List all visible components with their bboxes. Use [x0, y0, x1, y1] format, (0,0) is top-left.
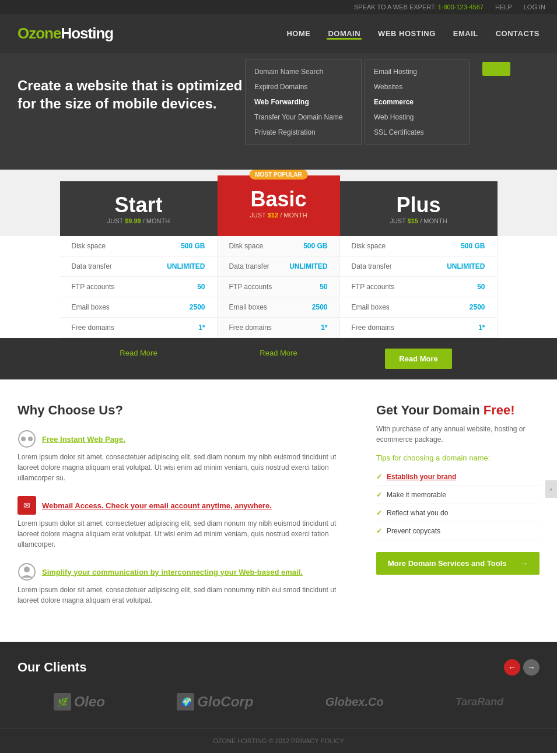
dd-private-registration[interactable]: Private Registration — [246, 125, 361, 140]
clients-prev-button[interactable]: ← — [504, 659, 520, 676]
client-globex: Globex.Co — [325, 695, 384, 709]
communication-icon — [17, 562, 36, 581]
top-bar: SPEAK TO A WEB EXPERT: 1-800-123-4567 HE… — [0, 0, 557, 14]
feature-communication: Simplify your communication by interconn… — [17, 562, 341, 606]
checklist-brand: Establish your brand — [376, 468, 540, 486]
domain-free-highlight: Free! — [484, 403, 515, 417]
client-glocorp: 🌍 GloCorp — [177, 693, 253, 711]
dropdown-container: Domain Name Search Expired Domains Web F… — [245, 59, 470, 145]
hero-headline: Create a website that is optimized for t… — [17, 76, 251, 112]
basic-email: Email boxes2500 — [218, 297, 339, 318]
plan-start-name: Start — [69, 193, 209, 217]
basic-ftp: FTP accounts50 — [218, 277, 339, 297]
start-read-more-cell: Read More — [60, 338, 218, 379]
feature-web-page-title[interactable]: Free Instant Web Page. — [42, 435, 125, 444]
clients-section: Our Clients ← → 🌿 Oleo 🌍 GloCorp Globex.… — [0, 642, 557, 728]
glocorp-icon: 🌍 — [177, 693, 194, 711]
feature-communication-body: Lorem ipsum dolor sit amet, consectetuer… — [17, 585, 341, 606]
pricing-section: Start JUST $9.99 / MONTH MOST POPULAR Ba… — [0, 170, 557, 379]
dd-web-hosting[interactable]: Web Hosting — [365, 110, 469, 125]
dd-transfer-domain[interactable]: Transfer Your Domain Name — [246, 110, 361, 125]
dd-web-forwarding[interactable]: Web Forwarding — [246, 94, 361, 110]
why-choose-title: Why Choose Us? — [17, 403, 341, 418]
dd-ecommerce[interactable]: Ecommerce — [365, 94, 469, 110]
checklist-memorable: Make it memorable — [376, 486, 540, 504]
feature-web-page-header: Free Instant Web Page. — [17, 430, 341, 448]
feature-communication-title[interactable]: Simplify your communication by interconn… — [42, 568, 303, 576]
basic-read-more-cell: Read More — [218, 338, 340, 379]
nav-domain[interactable]: DOMAIN — [328, 29, 360, 38]
domain-dropdown: Domain Name Search Expired Domains Web F… — [245, 59, 362, 145]
domain-btn-arrow: → — [520, 559, 528, 568]
basic-transfer: Data transferUNLIMITED — [218, 256, 339, 277]
email-icon: ✉ — [17, 496, 36, 515]
feature-webmail-header: ✉ Webmail Access. Check your email accou… — [17, 496, 341, 515]
dd-domain-search[interactable]: Domain Name Search — [246, 64, 361, 79]
start-features: Disk space500 GB Data transferUNLIMITED … — [60, 236, 218, 338]
svg-point-4 — [24, 567, 30, 572]
clients-nav: ← → — [504, 659, 540, 676]
content-section: Why Choose Us? Free Instant Web Page. Lo… — [0, 379, 557, 642]
footer: OZONE HOSTING © 2012 PRIVACY POLICY — [0, 728, 557, 753]
clients-logos: 🌿 Oleo 🌍 GloCorp Globex.Co TaraRand — [17, 693, 540, 711]
domain-title: Get Your Domain Free! — [376, 403, 540, 418]
logo-green: Ozone — [17, 24, 61, 42]
plus-email: Email boxes2500 — [340, 297, 497, 318]
feature-webmail: ✉ Webmail Access. Check your email accou… — [17, 496, 341, 550]
plus-transfer: Data transferUNLIMITED — [340, 256, 497, 277]
feature-webmail-title[interactable]: Webmail Access. Check your email account… — [42, 501, 272, 510]
plan-plus-header: Plus JUST $15 / MONTH — [340, 181, 498, 236]
dd-websites[interactable]: Websites — [365, 79, 469, 94]
read-more-bar: Read More Read More Read More — [0, 338, 557, 379]
hero-section: Create a website that is optimized for t… — [0, 53, 557, 170]
plus-read-more-button[interactable]: Read More — [385, 349, 451, 369]
start-email: Email boxes2500 — [60, 297, 217, 318]
feature-communication-header: Simplify your communication by interconn… — [17, 562, 341, 581]
domain-services-button[interactable]: More Domain Services and Tools → — [376, 552, 540, 575]
clients-header: Our Clients ← → — [17, 659, 540, 676]
oleo-name: Oleo — [74, 694, 105, 710]
why-choose-col: Why Choose Us? Free Instant Web Page. Lo… — [17, 403, 341, 618]
clients-next-button[interactable]: → — [523, 659, 540, 676]
plan-plus-price: JUST $15 / MONTH — [349, 217, 489, 224]
nav-home[interactable]: HOME — [286, 29, 310, 38]
start-ftp: FTP accounts50 — [60, 277, 217, 297]
phone-number[interactable]: 1-800-123-4567 — [438, 3, 484, 10]
plan-start-price: JUST $9.99 / MONTH — [69, 217, 209, 224]
email-dropdown: Email Hosting Websites Ecommerce Web Hos… — [365, 59, 470, 145]
brand-link[interactable]: Establish your brand — [387, 473, 456, 481]
plus-ftp: FTP accounts50 — [340, 277, 497, 297]
client-tararand: TaraRand — [456, 696, 503, 708]
dd-ssl-certificates[interactable]: SSL Certificates — [365, 125, 469, 140]
domain-description: With purchase of any annual website, hos… — [376, 424, 540, 445]
footer-text: OZONE HOSTING © 2012 PRIVACY POLICY — [213, 737, 344, 744]
help-link[interactable]: HELP — [495, 3, 512, 10]
globex-name: Globex.Co — [325, 695, 384, 709]
scroll-indicator[interactable]: › — [545, 480, 557, 498]
start-disk: Disk space500 GB — [60, 236, 217, 256]
clients-title: Our Clients — [17, 660, 87, 675]
nav-web-hosting[interactable]: WEB HOSTING — [378, 29, 436, 38]
plan-start-header: Start JUST $9.99 / MONTH — [60, 181, 218, 236]
plan-plus-name: Plus — [349, 193, 489, 217]
basic-read-more-link[interactable]: Read More — [260, 349, 297, 357]
dd-email-hosting[interactable]: Email Hosting — [365, 64, 469, 79]
login-link[interactable]: LOG IN — [524, 3, 545, 10]
tips-title: Tips for choosing a domain name: — [376, 453, 540, 462]
dd-expired-domains[interactable]: Expired Domains — [246, 79, 361, 94]
nav-contacts[interactable]: CONTACTS — [496, 29, 540, 38]
svg-point-1 — [21, 437, 26, 441]
checklist-copycats: Prevent copycats — [376, 522, 540, 540]
main-nav: HOME DOMAIN WEB HOSTING EMAIL CONTACTS — [286, 29, 540, 38]
basic-disk: Disk space500 GB — [218, 236, 339, 256]
logo[interactable]: OzoneHosting — [17, 24, 113, 43]
pricing-table: Disk space500 GB Data transferUNLIMITED … — [0, 236, 557, 338]
web-page-icon — [17, 430, 36, 448]
plan-basic-price: JUST $12 / MONTH — [226, 212, 331, 219]
start-read-more-link[interactable]: Read More — [120, 349, 157, 357]
header: OzoneHosting HOME DOMAIN WEB HOSTING EMA… — [0, 14, 557, 53]
feature-web-page-body: Lorem ipsum dolor sit amet, consectetuer… — [17, 452, 341, 483]
domain-col: Get Your Domain Free! With purchase of a… — [376, 403, 540, 618]
hero-cta-button[interactable] — [482, 62, 510, 76]
nav-email[interactable]: EMAIL — [453, 29, 478, 38]
